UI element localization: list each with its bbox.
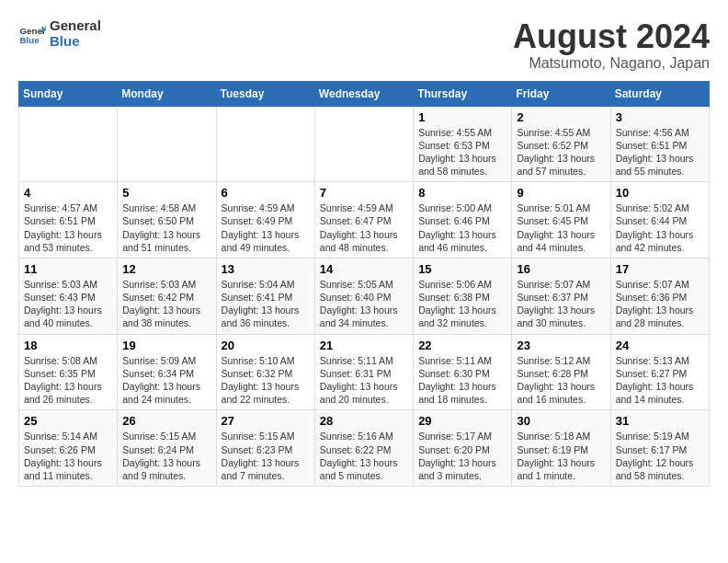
location: Matsumoto, Nagano, Japan [513, 55, 710, 72]
day-number: 7 [320, 186, 408, 200]
calendar-cell: 3Sunrise: 4:56 AM Sunset: 6:51 PM Daylig… [610, 106, 709, 182]
cell-content: Sunrise: 5:08 AM Sunset: 6:35 PM Dayligh… [24, 354, 112, 407]
calendar-cell: 5Sunrise: 4:58 AM Sunset: 6:50 PM Daylig… [118, 182, 216, 259]
logo-icon: General Blue [18, 20, 46, 48]
calendar-table: SundayMondayTuesdayWednesdayThursdayFrid… [18, 81, 710, 487]
logo-general-text: General [50, 18, 101, 34]
calendar-cell: 12Sunrise: 5:03 AM Sunset: 6:42 PM Dayli… [118, 258, 216, 334]
day-number: 14 [320, 262, 408, 276]
day-number: 21 [320, 339, 408, 352]
day-number: 12 [122, 262, 210, 276]
calendar-cell: 17Sunrise: 5:07 AM Sunset: 6:36 PM Dayli… [610, 258, 709, 334]
header-day-wednesday: Wednesday [314, 81, 413, 106]
calendar-cell: 21Sunrise: 5:11 AM Sunset: 6:31 PM Dayli… [314, 334, 413, 410]
calendar-cell [216, 106, 314, 182]
cell-content: Sunrise: 5:15 AM Sunset: 6:24 PM Dayligh… [122, 430, 210, 482]
calendar-cell: 11Sunrise: 5:03 AM Sunset: 6:43 PM Dayli… [19, 258, 118, 334]
cell-content: Sunrise: 5:17 AM Sunset: 6:20 PM Dayligh… [418, 430, 506, 482]
day-number: 15 [418, 262, 506, 276]
calendar-cell: 18Sunrise: 5:08 AM Sunset: 6:35 PM Dayli… [19, 334, 118, 410]
cell-content: Sunrise: 5:03 AM Sunset: 6:43 PM Dayligh… [24, 278, 112, 330]
day-number: 22 [418, 339, 506, 352]
calendar-cell: 10Sunrise: 5:02 AM Sunset: 6:44 PM Dayli… [610, 182, 709, 259]
day-number: 9 [517, 186, 605, 200]
calendar-cell: 27Sunrise: 5:15 AM Sunset: 6:23 PM Dayli… [216, 410, 314, 487]
day-number: 20 [222, 339, 310, 352]
calendar-cell: 28Sunrise: 5:16 AM Sunset: 6:22 PM Dayli… [314, 410, 413, 487]
calendar-header-row: SundayMondayTuesdayWednesdayThursdayFrid… [19, 81, 710, 106]
header: General Blue General Blue August 2024 Ma… [18, 18, 710, 72]
calendar-cell: 19Sunrise: 5:09 AM Sunset: 6:34 PM Dayli… [118, 334, 216, 410]
calendar-cell [314, 106, 413, 182]
cell-content: Sunrise: 5:11 AM Sunset: 6:31 PM Dayligh… [320, 354, 408, 407]
calendar-week-3: 11Sunrise: 5:03 AM Sunset: 6:43 PM Dayli… [19, 258, 710, 334]
cell-content: Sunrise: 4:55 AM Sunset: 6:52 PM Dayligh… [517, 126, 605, 178]
cell-content: Sunrise: 5:19 AM Sunset: 6:17 PM Dayligh… [616, 430, 704, 482]
cell-content: Sunrise: 4:56 AM Sunset: 6:51 PM Dayligh… [616, 126, 704, 178]
calendar-cell: 7Sunrise: 4:59 AM Sunset: 6:47 PM Daylig… [314, 182, 413, 259]
calendar-cell: 26Sunrise: 5:15 AM Sunset: 6:24 PM Dayli… [118, 410, 216, 487]
title-area: August 2024 Matsumoto, Nagano, Japan [513, 18, 710, 72]
cell-content: Sunrise: 5:13 AM Sunset: 6:27 PM Dayligh… [616, 354, 704, 407]
calendar-cell: 23Sunrise: 5:12 AM Sunset: 6:28 PM Dayli… [512, 334, 610, 410]
cell-content: Sunrise: 5:03 AM Sunset: 6:42 PM Dayligh… [122, 278, 210, 330]
calendar-cell: 1Sunrise: 4:55 AM Sunset: 6:53 PM Daylig… [414, 106, 512, 182]
day-number: 19 [122, 339, 210, 352]
header-day-thursday: Thursday [414, 81, 512, 106]
cell-content: Sunrise: 5:14 AM Sunset: 6:26 PM Dayligh… [24, 430, 112, 482]
calendar-cell: 25Sunrise: 5:14 AM Sunset: 6:26 PM Dayli… [19, 410, 118, 487]
day-number: 29 [418, 414, 506, 428]
cell-content: Sunrise: 5:18 AM Sunset: 6:19 PM Dayligh… [517, 430, 605, 482]
day-number: 16 [517, 262, 605, 276]
cell-content: Sunrise: 5:09 AM Sunset: 6:34 PM Dayligh… [122, 354, 210, 407]
calendar-week-4: 18Sunrise: 5:08 AM Sunset: 6:35 PM Dayli… [19, 334, 710, 410]
svg-text:Blue: Blue [20, 34, 40, 44]
day-number: 8 [418, 186, 506, 200]
cell-content: Sunrise: 4:57 AM Sunset: 6:51 PM Dayligh… [24, 201, 112, 254]
day-number: 1 [418, 110, 506, 124]
calendar-cell: 13Sunrise: 5:04 AM Sunset: 6:41 PM Dayli… [216, 258, 314, 334]
cell-content: Sunrise: 4:55 AM Sunset: 6:53 PM Dayligh… [418, 126, 506, 178]
day-number: 17 [616, 262, 704, 276]
cell-content: Sunrise: 5:00 AM Sunset: 6:46 PM Dayligh… [418, 201, 506, 254]
cell-content: Sunrise: 5:01 AM Sunset: 6:45 PM Dayligh… [517, 201, 605, 254]
calendar-cell: 22Sunrise: 5:11 AM Sunset: 6:30 PM Dayli… [414, 334, 512, 410]
logo-blue-text: Blue [50, 34, 101, 50]
cell-content: Sunrise: 5:12 AM Sunset: 6:28 PM Dayligh… [517, 354, 605, 407]
calendar-cell: 16Sunrise: 5:07 AM Sunset: 6:37 PM Dayli… [512, 258, 610, 334]
calendar-cell: 24Sunrise: 5:13 AM Sunset: 6:27 PM Dayli… [610, 334, 709, 410]
cell-content: Sunrise: 5:06 AM Sunset: 6:38 PM Dayligh… [418, 278, 506, 330]
day-number: 3 [616, 110, 704, 124]
cell-content: Sunrise: 4:58 AM Sunset: 6:50 PM Dayligh… [122, 201, 210, 254]
calendar-week-2: 4Sunrise: 4:57 AM Sunset: 6:51 PM Daylig… [19, 182, 710, 259]
day-number: 10 [616, 186, 704, 200]
calendar-cell: 15Sunrise: 5:06 AM Sunset: 6:38 PM Dayli… [414, 258, 512, 334]
header-day-monday: Monday [118, 81, 216, 106]
header-day-sunday: Sunday [19, 81, 118, 106]
day-number: 4 [24, 186, 112, 200]
header-day-tuesday: Tuesday [216, 81, 314, 106]
calendar-cell: 29Sunrise: 5:17 AM Sunset: 6:20 PM Dayli… [414, 410, 512, 487]
cell-content: Sunrise: 5:07 AM Sunset: 6:36 PM Dayligh… [616, 278, 704, 330]
cell-content: Sunrise: 5:10 AM Sunset: 6:32 PM Dayligh… [222, 354, 310, 407]
calendar-cell [19, 106, 118, 182]
day-number: 11 [24, 262, 112, 276]
cell-content: Sunrise: 4:59 AM Sunset: 6:47 PM Dayligh… [320, 201, 408, 254]
calendar-cell: 6Sunrise: 4:59 AM Sunset: 6:49 PM Daylig… [216, 182, 314, 259]
cell-content: Sunrise: 5:07 AM Sunset: 6:37 PM Dayligh… [517, 278, 605, 330]
day-number: 23 [517, 339, 605, 352]
cell-content: Sunrise: 5:02 AM Sunset: 6:44 PM Dayligh… [616, 201, 704, 254]
calendar-cell: 4Sunrise: 4:57 AM Sunset: 6:51 PM Daylig… [19, 182, 118, 259]
header-day-saturday: Saturday [610, 81, 709, 106]
day-number: 30 [517, 414, 605, 428]
cell-content: Sunrise: 5:15 AM Sunset: 6:23 PM Dayligh… [222, 430, 310, 482]
day-number: 18 [24, 339, 112, 352]
day-number: 13 [222, 262, 310, 276]
month-year: August 2024 [513, 18, 710, 55]
day-number: 26 [122, 414, 210, 428]
calendar-week-5: 25Sunrise: 5:14 AM Sunset: 6:26 PM Dayli… [19, 410, 710, 487]
calendar-cell: 20Sunrise: 5:10 AM Sunset: 6:32 PM Dayli… [216, 334, 314, 410]
day-number: 2 [517, 110, 605, 124]
day-number: 25 [24, 414, 112, 428]
cell-content: Sunrise: 5:11 AM Sunset: 6:30 PM Dayligh… [418, 354, 506, 407]
